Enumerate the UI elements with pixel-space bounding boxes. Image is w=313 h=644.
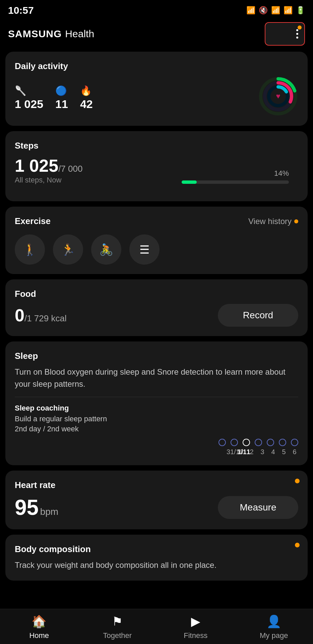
heart-rate-card[interactable]: Heart rate 95 bpm Measure: [5, 471, 308, 529]
steps-goal: /7 000: [58, 164, 82, 174]
sleep-divider: [15, 397, 298, 397]
sleep-label-5: 5: [280, 448, 288, 456]
heart-rate-unit: bpm: [40, 506, 58, 517]
activity-ring-chart: ♥: [258, 76, 298, 116]
minutes-value: 11: [55, 98, 68, 111]
steps-current: 1 025: [15, 156, 58, 175]
sleep-label-0: 31/10: [227, 448, 234, 456]
sleep-coaching-title: Sleep coaching: [15, 404, 298, 413]
view-history-row: View history: [248, 217, 298, 226]
signal-icon: 📶: [284, 6, 293, 15]
steps-progress-container: 14%: [182, 169, 289, 184]
nav-mypage-label: My page: [260, 631, 288, 640]
minutes-icon: 🔵: [55, 85, 67, 96]
steps-title: Steps: [15, 141, 298, 151]
steps-percent: 14%: [182, 169, 289, 178]
view-history-btn[interactable]: View history: [248, 217, 292, 226]
exercise-header: Exercise View history: [15, 216, 298, 226]
more-exercises-btn[interactable]: ☰: [129, 234, 160, 265]
cycle-btn[interactable]: 🚴: [91, 234, 121, 265]
svg-text:♥: ♥: [276, 92, 280, 100]
daily-activity-metrics: 🥄 1 025 🔵 11 🔥 42: [15, 82, 93, 111]
food-row: 0/1 729 kcal Record: [15, 304, 298, 327]
nav-home-label: Home: [29, 631, 49, 640]
body-comp-orange-dot: [295, 543, 300, 547]
steps-icon: 🥄: [15, 85, 26, 96]
logo-health: Health: [65, 28, 94, 40]
nav-mypage[interactable]: 👤 My page: [235, 614, 313, 640]
run-btn[interactable]: 🏃: [53, 234, 83, 265]
exercise-icons-row: 🚶 🏃 🚴 ☰: [15, 234, 298, 265]
steps-value-daily: 1 025: [15, 98, 43, 111]
measure-button[interactable]: Measure: [218, 496, 298, 519]
nav-fitness-label: Fitness: [184, 631, 207, 640]
status-time: 10:57: [8, 5, 34, 16]
bluetooth-icon: 📶: [246, 6, 255, 15]
calories-value: 42: [80, 98, 93, 111]
nav-together-label: Together: [103, 631, 132, 640]
ring-svg: ♥: [258, 76, 298, 116]
sleep-coaching-week: 2nd day / 2nd week: [15, 425, 298, 433]
sleep-dot-5: [279, 439, 286, 446]
three-dots-icon: [296, 29, 298, 39]
daily-activity-content: 🥄 1 025 🔵 11 🔥 42: [15, 76, 298, 116]
sleep-description: Turn on Blood oxygen during sleep and Sn…: [15, 366, 298, 390]
exercise-orange-dot: [294, 219, 298, 223]
app-header: SAMSUNG Health: [0, 19, 313, 52]
sleep-label-1: 1/11: [237, 448, 245, 456]
menu-button[interactable]: [265, 22, 305, 46]
food-amount: 0/1 729 kcal: [15, 305, 67, 325]
nav-together[interactable]: ⚑ Together: [78, 614, 157, 640]
sleep-label-4: 4: [269, 448, 277, 456]
food-card[interactable]: Food 0/1 729 kcal Record: [5, 279, 308, 336]
body-composition-title: Body composition: [15, 544, 298, 554]
app-logo: SAMSUNG Health: [8, 28, 94, 40]
sleep-dot-1: [231, 439, 238, 446]
status-bar: 10:57 📶 🔇 📶 📶 🔋: [0, 0, 313, 19]
exercise-title: Exercise: [15, 216, 51, 226]
daily-activity-title: Daily activity: [15, 61, 298, 71]
heart-rate-title: Heart rate: [15, 480, 298, 490]
calories-metric: 🔥 42: [80, 85, 93, 111]
food-current: 0: [15, 306, 24, 325]
sleep-dots-row: [15, 439, 298, 446]
mute-icon: 🔇: [259, 6, 268, 15]
nav-fitness[interactable]: ▶ Fitness: [156, 614, 235, 640]
walk-btn[interactable]: 🚶: [15, 234, 45, 265]
progress-bar-fill: [182, 180, 197, 184]
home-icon: 🏠: [32, 614, 47, 629]
heart-rate-row: 95 bpm Measure: [15, 495, 298, 520]
sleep-dot-4: [267, 439, 274, 446]
body-composition-desc: Track your weight and body composition a…: [15, 559, 298, 571]
steps-metric: 🥄 1 025: [15, 85, 43, 111]
steps-content: 1 025/7 000 All steps, Now 14%: [15, 156, 298, 184]
bottom-nav: 🏠 Home ⚑ Together ▶ Fitness 👤 My page: [0, 609, 313, 644]
body-composition-card[interactable]: Body composition Track your weight and b…: [5, 535, 308, 581]
sleep-dot-3: [255, 439, 262, 446]
sleep-dot-0: [218, 439, 226, 446]
sleep-dot-2: [243, 439, 250, 446]
sleep-coaching-sub: Build a regular sleep pattern: [15, 415, 298, 423]
food-title: Food: [15, 289, 298, 299]
sleep-labels: 31/10 1/11 2 3 4 5 6: [15, 448, 298, 456]
nav-home[interactable]: 🏠 Home: [0, 614, 78, 640]
sleep-card[interactable]: Sleep Turn on Blood oxygen during sleep …: [5, 341, 308, 465]
steps-card[interactable]: Steps 1 025/7 000 All steps, Now 14%: [5, 131, 308, 201]
calories-icon: 🔥: [80, 85, 92, 96]
daily-activity-card[interactable]: Daily activity 🥄 1 025 🔵 11 🔥 42: [5, 52, 308, 126]
mypage-icon: 👤: [266, 614, 281, 629]
logo-samsung: SAMSUNG: [8, 28, 62, 40]
sleep-dot-6: [291, 439, 298, 446]
notification-dot: [298, 25, 302, 30]
heart-rate-orange-dot: [295, 479, 300, 483]
together-icon: ⚑: [112, 614, 123, 629]
fitness-icon: ▶: [191, 614, 200, 629]
record-button[interactable]: Record: [218, 304, 298, 327]
food-goal: /1 729 kcal: [24, 313, 67, 323]
minutes-metric: 🔵 11: [55, 85, 68, 111]
heart-rate-value-group: 95 bpm: [15, 495, 58, 520]
metrics-row: 🥄 1 025 🔵 11 🔥 42: [15, 85, 93, 111]
exercise-card[interactable]: Exercise View history 🚶 🏃 🚴 ☰: [5, 207, 308, 274]
sleep-label-3: 3: [259, 448, 266, 456]
sleep-label-6: 6: [291, 448, 298, 456]
